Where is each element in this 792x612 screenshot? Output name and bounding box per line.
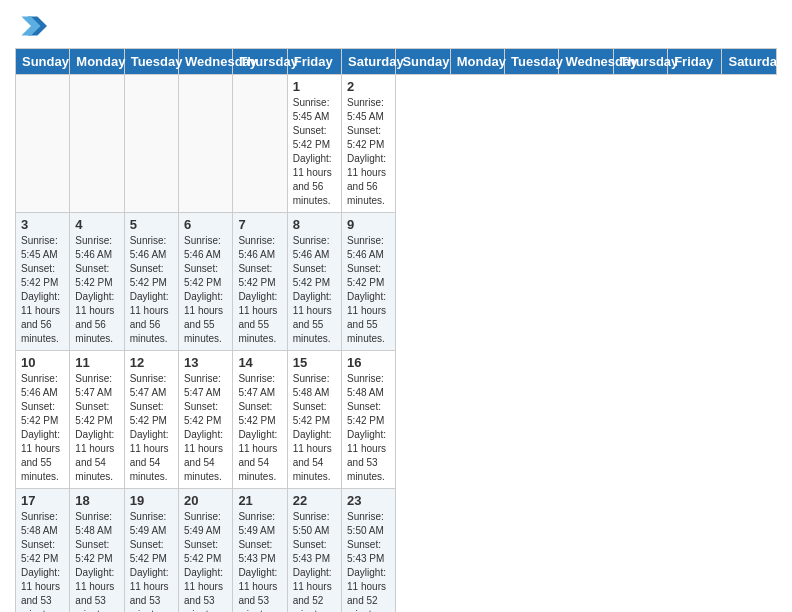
day-info: Sunrise: 5:46 AM Sunset: 5:42 PM Dayligh… <box>347 234 390 346</box>
day-info: Sunrise: 5:46 AM Sunset: 5:42 PM Dayligh… <box>238 234 281 346</box>
day-number: 4 <box>75 217 118 232</box>
day-number: 16 <box>347 355 390 370</box>
day-cell: 18Sunrise: 5:48 AM Sunset: 5:42 PM Dayli… <box>70 489 124 613</box>
day-number: 14 <box>238 355 281 370</box>
week-row-1: 1Sunrise: 5:45 AM Sunset: 5:42 PM Daylig… <box>16 75 777 213</box>
day-number: 19 <box>130 493 173 508</box>
day-number: 6 <box>184 217 227 232</box>
week-row-2: 3Sunrise: 5:45 AM Sunset: 5:42 PM Daylig… <box>16 213 777 351</box>
day-header-thursday: Thursday <box>613 49 667 75</box>
day-info: Sunrise: 5:45 AM Sunset: 5:42 PM Dayligh… <box>21 234 64 346</box>
day-info: Sunrise: 5:46 AM Sunset: 5:42 PM Dayligh… <box>21 372 64 484</box>
day-cell: 9Sunrise: 5:46 AM Sunset: 5:42 PM Daylig… <box>342 213 396 351</box>
logo-icon <box>15 10 47 42</box>
day-cell: 22Sunrise: 5:50 AM Sunset: 5:43 PM Dayli… <box>287 489 341 613</box>
day-info: Sunrise: 5:47 AM Sunset: 5:42 PM Dayligh… <box>75 372 118 484</box>
day-cell: 12Sunrise: 5:47 AM Sunset: 5:42 PM Dayli… <box>124 351 178 489</box>
week-row-3: 10Sunrise: 5:46 AM Sunset: 5:42 PM Dayli… <box>16 351 777 489</box>
day-number: 8 <box>293 217 336 232</box>
day-header-wednesday: Wednesday <box>559 49 613 75</box>
day-cell: 15Sunrise: 5:48 AM Sunset: 5:42 PM Dayli… <box>287 351 341 489</box>
day-number: 9 <box>347 217 390 232</box>
day-info: Sunrise: 5:48 AM Sunset: 5:42 PM Dayligh… <box>75 510 118 612</box>
day-cell <box>70 75 124 213</box>
day-info: Sunrise: 5:48 AM Sunset: 5:42 PM Dayligh… <box>21 510 64 612</box>
day-info: Sunrise: 5:46 AM Sunset: 5:42 PM Dayligh… <box>130 234 173 346</box>
day-cell <box>124 75 178 213</box>
day-cell: 17Sunrise: 5:48 AM Sunset: 5:42 PM Dayli… <box>16 489 70 613</box>
day-number: 15 <box>293 355 336 370</box>
day-header-saturday: Saturday <box>342 49 396 75</box>
day-cell: 23Sunrise: 5:50 AM Sunset: 5:43 PM Dayli… <box>342 489 396 613</box>
day-info: Sunrise: 5:49 AM Sunset: 5:42 PM Dayligh… <box>184 510 227 612</box>
day-cell: 6Sunrise: 5:46 AM Sunset: 5:42 PM Daylig… <box>179 213 233 351</box>
day-cell <box>233 75 287 213</box>
day-cell: 3Sunrise: 5:45 AM Sunset: 5:42 PM Daylig… <box>16 213 70 351</box>
day-number: 23 <box>347 493 390 508</box>
day-cell: 20Sunrise: 5:49 AM Sunset: 5:42 PM Dayli… <box>179 489 233 613</box>
day-cell: 1Sunrise: 5:45 AM Sunset: 5:42 PM Daylig… <box>287 75 341 213</box>
day-cell: 16Sunrise: 5:48 AM Sunset: 5:42 PM Dayli… <box>342 351 396 489</box>
day-info: Sunrise: 5:49 AM Sunset: 5:43 PM Dayligh… <box>238 510 281 612</box>
day-number: 13 <box>184 355 227 370</box>
logo <box>15 10 51 42</box>
calendar-table: SundayMondayTuesdayWednesdayThursdayFrid… <box>15 48 777 612</box>
day-info: Sunrise: 5:45 AM Sunset: 5:42 PM Dayligh… <box>293 96 336 208</box>
day-cell: 19Sunrise: 5:49 AM Sunset: 5:42 PM Dayli… <box>124 489 178 613</box>
day-cell: 10Sunrise: 5:46 AM Sunset: 5:42 PM Dayli… <box>16 351 70 489</box>
day-number: 20 <box>184 493 227 508</box>
day-header-friday: Friday <box>668 49 722 75</box>
day-cell: 11Sunrise: 5:47 AM Sunset: 5:42 PM Dayli… <box>70 351 124 489</box>
day-number: 3 <box>21 217 64 232</box>
day-info: Sunrise: 5:46 AM Sunset: 5:42 PM Dayligh… <box>75 234 118 346</box>
day-cell: 7Sunrise: 5:46 AM Sunset: 5:42 PM Daylig… <box>233 213 287 351</box>
day-number: 2 <box>347 79 390 94</box>
day-info: Sunrise: 5:50 AM Sunset: 5:43 PM Dayligh… <box>347 510 390 612</box>
day-cell <box>179 75 233 213</box>
day-number: 12 <box>130 355 173 370</box>
day-header-wednesday: Wednesday <box>179 49 233 75</box>
day-info: Sunrise: 5:46 AM Sunset: 5:42 PM Dayligh… <box>293 234 336 346</box>
day-header-tuesday: Tuesday <box>124 49 178 75</box>
day-info: Sunrise: 5:47 AM Sunset: 5:42 PM Dayligh… <box>184 372 227 484</box>
day-cell: 4Sunrise: 5:46 AM Sunset: 5:42 PM Daylig… <box>70 213 124 351</box>
day-number: 5 <box>130 217 173 232</box>
header-row: SundayMondayTuesdayWednesdayThursdayFrid… <box>16 49 777 75</box>
day-cell: 2Sunrise: 5:45 AM Sunset: 5:42 PM Daylig… <box>342 75 396 213</box>
day-number: 7 <box>238 217 281 232</box>
day-number: 21 <box>238 493 281 508</box>
day-number: 10 <box>21 355 64 370</box>
day-header-saturday: Saturday <box>722 49 777 75</box>
day-header-friday: Friday <box>287 49 341 75</box>
day-header-sunday: Sunday <box>16 49 70 75</box>
day-info: Sunrise: 5:46 AM Sunset: 5:42 PM Dayligh… <box>184 234 227 346</box>
day-info: Sunrise: 5:47 AM Sunset: 5:42 PM Dayligh… <box>130 372 173 484</box>
day-header-monday: Monday <box>70 49 124 75</box>
day-number: 17 <box>21 493 64 508</box>
day-number: 1 <box>293 79 336 94</box>
day-info: Sunrise: 5:48 AM Sunset: 5:42 PM Dayligh… <box>293 372 336 484</box>
day-info: Sunrise: 5:47 AM Sunset: 5:42 PM Dayligh… <box>238 372 281 484</box>
header <box>15 10 777 42</box>
day-number: 18 <box>75 493 118 508</box>
day-cell <box>16 75 70 213</box>
day-header-sunday: Sunday <box>396 49 450 75</box>
day-number: 11 <box>75 355 118 370</box>
day-number: 22 <box>293 493 336 508</box>
day-cell: 14Sunrise: 5:47 AM Sunset: 5:42 PM Dayli… <box>233 351 287 489</box>
day-header-monday: Monday <box>450 49 504 75</box>
day-cell: 8Sunrise: 5:46 AM Sunset: 5:42 PM Daylig… <box>287 213 341 351</box>
day-header-thursday: Thursday <box>233 49 287 75</box>
week-row-4: 17Sunrise: 5:48 AM Sunset: 5:42 PM Dayli… <box>16 489 777 613</box>
day-cell: 21Sunrise: 5:49 AM Sunset: 5:43 PM Dayli… <box>233 489 287 613</box>
day-cell: 13Sunrise: 5:47 AM Sunset: 5:42 PM Dayli… <box>179 351 233 489</box>
day-cell: 5Sunrise: 5:46 AM Sunset: 5:42 PM Daylig… <box>124 213 178 351</box>
day-header-tuesday: Tuesday <box>505 49 559 75</box>
day-info: Sunrise: 5:49 AM Sunset: 5:42 PM Dayligh… <box>130 510 173 612</box>
day-info: Sunrise: 5:50 AM Sunset: 5:43 PM Dayligh… <box>293 510 336 612</box>
day-info: Sunrise: 5:48 AM Sunset: 5:42 PM Dayligh… <box>347 372 390 484</box>
day-info: Sunrise: 5:45 AM Sunset: 5:42 PM Dayligh… <box>347 96 390 208</box>
